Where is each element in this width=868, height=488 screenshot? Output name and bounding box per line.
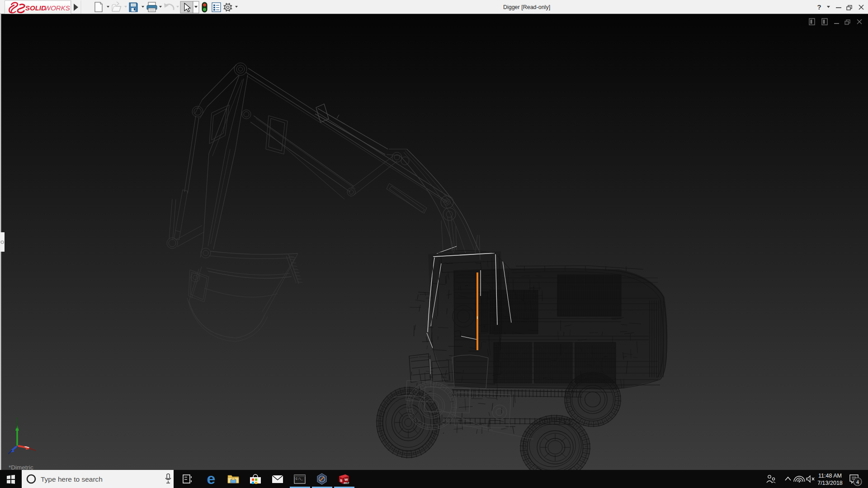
svg-text:7/13/2018: 7/13/2018	[817, 480, 843, 486]
svg-text:Digger [Read-only]: Digger [Read-only]	[503, 4, 550, 10]
svg-text:Type here to search: Type here to search	[41, 475, 103, 483]
svg-text:?: ?	[817, 3, 821, 11]
svg-text:W: W	[344, 478, 348, 482]
svg-text:4: 4	[856, 479, 859, 485]
svg-text:e: e	[207, 470, 216, 487]
svg-text:2017: 2017	[344, 482, 349, 484]
svg-text:11:48 AM: 11:48 AM	[818, 473, 842, 479]
svg-text:S: S	[340, 479, 343, 483]
svg-text:C:\_: C:\_	[296, 478, 303, 481]
